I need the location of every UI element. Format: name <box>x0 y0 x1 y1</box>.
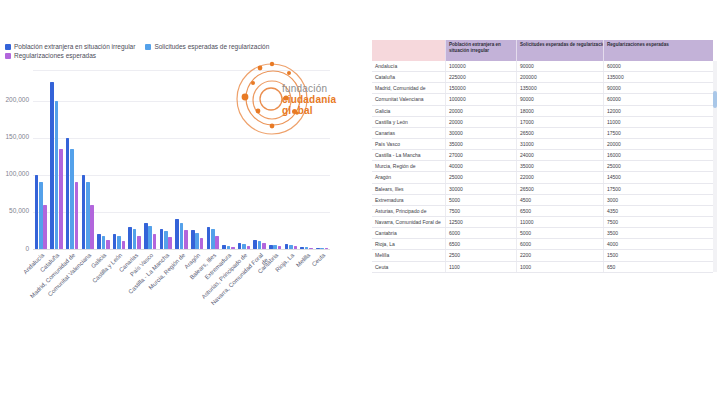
logo-word-global: glbal <box>282 105 336 117</box>
table-cell-value: 25000 <box>603 161 713 171</box>
bar <box>309 248 313 249</box>
table-scrollbar-track <box>713 61 717 272</box>
bar <box>50 82 54 249</box>
table-cell-value: 3500 <box>603 228 713 238</box>
bar <box>200 238 204 249</box>
table-cell-value: 100000 <box>445 61 516 71</box>
y-axis-tick-label: 50,000 <box>0 207 29 214</box>
table-cell-value: 100000 <box>445 94 516 104</box>
bar <box>82 175 86 249</box>
table-row: Asturias, Principado de750065004350 <box>372 206 713 217</box>
legend-swatch-icon <box>5 44 11 50</box>
bar <box>86 182 90 249</box>
table-cell-region: Balears, Illes <box>372 184 445 194</box>
bar <box>164 231 168 249</box>
bar <box>262 243 266 249</box>
table-cell-value: 17000 <box>516 117 603 127</box>
table-cell-value: 24000 <box>516 150 603 160</box>
table-cell-value: 12000 <box>603 106 713 116</box>
legend-item: Población extranjera en situación irregu… <box>5 43 135 50</box>
table-cell-value: 17500 <box>603 128 713 138</box>
table-row: Canarias300002650017500 <box>372 128 713 139</box>
logo-o-dot-icon <box>292 109 298 115</box>
table-cell-value: 4350 <box>603 206 713 216</box>
table-cell-region: País Vasco <box>372 139 445 149</box>
y-axis-tick-label: 100,000 <box>0 170 29 177</box>
table-header-cell <box>372 40 445 61</box>
table-cell-region: Melilla <box>372 250 445 260</box>
bar <box>66 138 70 249</box>
bar <box>113 234 117 249</box>
table-cell-value: 22000 <box>516 172 603 182</box>
table-cell-region: Castilla - La Mancha <box>372 150 445 160</box>
bar <box>43 205 47 250</box>
bar <box>168 237 172 249</box>
table-cell-region: Extremadura <box>372 195 445 205</box>
bar <box>184 230 188 249</box>
x-axis-category-label: Andalucía <box>0 252 45 308</box>
table-cell-value: 5000 <box>445 195 516 205</box>
bar <box>231 247 235 249</box>
legend-swatch-icon <box>5 53 11 59</box>
table-header-cell: Regularizaciones esperadas <box>603 40 713 61</box>
bar <box>180 223 184 249</box>
bar <box>222 245 226 249</box>
table-cell-value: 90000 <box>603 83 713 93</box>
table-cell-value: 11000 <box>603 117 713 127</box>
table-row: Extremadura500045003000 <box>372 195 713 206</box>
table-cell-value: 60000 <box>603 61 713 71</box>
bar <box>191 230 195 249</box>
table-cell-region: Comunitat Valenciana <box>372 94 445 104</box>
table-cell-region: Murcia, Región de <box>372 161 445 171</box>
table-cell-value: 26500 <box>516 128 603 138</box>
table-cell-value: 90000 <box>516 61 603 71</box>
table-cell-value: 6500 <box>445 239 516 249</box>
table-scrollbar-thumb[interactable] <box>713 91 717 108</box>
table-cell-region: Rioja, La <box>372 239 445 249</box>
table-cell-region: Cantabria <box>372 228 445 238</box>
bar <box>269 245 273 249</box>
table-row: País Vasco350003100020000 <box>372 139 713 150</box>
legend-item: Regularizaciones esperadas <box>5 52 96 59</box>
table-cell-region: Aragón <box>372 172 445 182</box>
table-cell-region: Andalucía <box>372 61 445 71</box>
table-cell-region: Navarra, Comunidad Foral de <box>372 217 445 227</box>
table-cell-value: 30000 <box>445 128 516 138</box>
bar <box>106 240 110 249</box>
table-row: Balears, Illes300002650017500 <box>372 184 713 195</box>
y-axis-tick-label: 150,000 <box>0 133 29 140</box>
bar <box>97 234 101 249</box>
table-row: Aragón250002200014500 <box>372 172 713 183</box>
table-cell-value: 1100 <box>445 262 516 272</box>
table-cell-value: 4000 <box>603 239 713 249</box>
bar <box>160 229 164 249</box>
table-cell-value: 6500 <box>516 206 603 216</box>
table-row: Rioja, La650060004000 <box>372 239 713 250</box>
bar <box>215 236 219 249</box>
bar <box>70 149 74 249</box>
table-row: Comunitat Valenciana1000009000060000 <box>372 94 713 105</box>
table-cell-value: 30000 <box>445 184 516 194</box>
table-row: Castilla y León200001700011000 <box>372 117 713 128</box>
bar <box>305 247 309 249</box>
bar <box>316 248 320 249</box>
bar <box>211 229 215 249</box>
table-cell-region: Castilla y León <box>372 117 445 127</box>
bar <box>242 244 246 249</box>
table-cell-value: 35000 <box>516 161 603 171</box>
table-cell-value: 90000 <box>516 94 603 104</box>
bar <box>273 245 277 249</box>
table-cell-region: Madrid, Comunidad de <box>372 83 445 93</box>
table-cell-value: 27000 <box>445 150 516 160</box>
table-cell-value: 17500 <box>603 184 713 194</box>
table-cell-value: 5000 <box>516 228 603 238</box>
bar <box>195 233 199 249</box>
table-cell-value: 6000 <box>445 228 516 238</box>
table-cell-value: 25000 <box>445 172 516 182</box>
bar <box>35 175 39 249</box>
bar <box>102 236 106 249</box>
table-header-cell: Solicitudes esperadas de regularización <box>516 40 603 61</box>
table-cell-value: 1000 <box>516 262 603 272</box>
logo-wordmark: fundación ciudadanía glbal <box>282 83 336 117</box>
bar <box>253 240 257 249</box>
